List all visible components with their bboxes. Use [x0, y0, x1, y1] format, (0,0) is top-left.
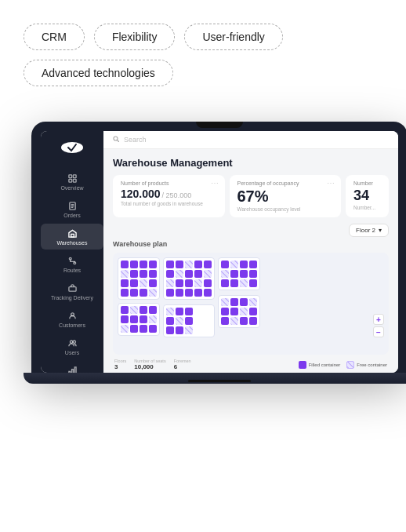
wh-group-3 [218, 257, 260, 350]
tag-user-friendly[interactable]: User-friendly [184, 24, 282, 50]
sidebar-item-customers[interactable]: Customers [41, 306, 103, 332]
sidebar-label-routes: Routes [63, 268, 81, 273]
tag-crm[interactable]: CRM [24, 24, 85, 50]
wh-block-5 [218, 257, 260, 290]
analytics-icon [67, 365, 78, 373]
laptop-base [24, 373, 406, 384]
stat-label-number: Number [353, 180, 381, 186]
stat-label-occupancy: Percentage of occupancy [237, 180, 334, 186]
warehouse-grid [118, 257, 384, 350]
legend-filled: Filled container [299, 361, 341, 369]
warehouse-legend: Filled container Free container [299, 361, 387, 369]
tags-row1: CRM Flexibility User-friendly [24, 24, 382, 50]
bstat-floors: Floors 3 [114, 359, 126, 370]
legend-free: Free container [346, 361, 387, 369]
stat-sublabel-number: Number... [353, 205, 381, 210]
bstat-seats: Number of seats 10,000 [134, 359, 165, 370]
sidebar-logo [61, 142, 83, 153]
svg-rect-1 [73, 174, 76, 177]
page-title: Warehouse Management [113, 157, 389, 169]
stats-row: ⋯ Number of products 120.000 / 250.000 T… [113, 175, 389, 217]
laptop-notch [196, 122, 243, 128]
search-placeholder[interactable]: Search [124, 136, 147, 144]
svg-point-14 [73, 341, 75, 343]
laptop-screen: Overview Orders Warehouses [41, 131, 398, 373]
legend-filled-label: Filled container [309, 363, 341, 367]
laptop-device: Overview Orders Warehouses [31, 122, 406, 532]
laptop-base-line [188, 380, 251, 382]
tags-area: CRM Flexibility User-friendly Advanced t… [0, 0, 406, 99]
legend-free-label: Free container [357, 363, 387, 367]
sidebar-label-overview: Overview [60, 185, 83, 191]
stat-value-products-sub: / 250.000 [162, 191, 192, 199]
tag-flexibility[interactable]: Flexibility [94, 24, 176, 50]
sidebar: Overview Orders Warehouses [41, 131, 103, 373]
svg-point-13 [70, 341, 72, 343]
customers-icon [67, 310, 78, 321]
bottom-stats: Floors 3 Number of seats 10,000 Foremen … [113, 355, 389, 370]
page-body: Warehouse Management ⋯ Number of product… [103, 149, 398, 373]
card-menu-icon-2[interactable]: ⋯ [327, 180, 335, 188]
sidebar-item-overview[interactable]: Overview [41, 169, 103, 195]
sidebar-item-users[interactable]: Users [41, 333, 103, 359]
laptop-screen-bezel: Overview Orders Warehouses [31, 122, 406, 373]
stat-value-number: 34 [353, 188, 381, 204]
warehouse-plan-label: Warehouse plan [113, 240, 389, 248]
zoom-controls: + − [373, 314, 384, 337]
tracking-icon [67, 282, 78, 293]
sidebar-item-analytics[interactable]: Analytics [41, 361, 103, 373]
wh-block-4 [163, 304, 215, 337]
overview-icon [67, 173, 78, 184]
stat-card-occupancy: ⋯ Percentage of occupancy 67% Warehouse … [230, 175, 342, 217]
stat-value-occupancy: 67% [237, 188, 334, 206]
stat-sublabel-products: Total number of goods in warehouse [121, 201, 217, 206]
wh-group-1 [118, 257, 160, 350]
main-content: Search Warehouse Management ⋯ Number of … [103, 131, 398, 373]
sidebar-label-orders: Orders [63, 213, 80, 218]
svg-rect-8 [71, 234, 74, 237]
svg-line-21 [118, 140, 119, 142]
stat-card-number: Number 34 Number... [346, 175, 389, 217]
card-menu-icon[interactable]: ⋯ [211, 180, 219, 188]
sidebar-label-users: Users [65, 350, 79, 355]
sidebar-label-customers: Customers [59, 322, 85, 328]
floor-label: Floor 2 [356, 227, 375, 234]
floor-selector-row: Floor 2 ▾ [113, 224, 389, 237]
wh-block-6 [218, 295, 260, 328]
orders-icon [67, 200, 78, 211]
zoom-out-button[interactable]: − [373, 326, 384, 337]
svg-rect-11 [68, 286, 75, 291]
tags-row2: Advanced technologies [24, 60, 173, 86]
stat-label-products: Number of products [121, 180, 217, 186]
stat-value-products-main: 120.000 [121, 188, 161, 200]
svg-rect-3 [73, 179, 76, 182]
wh-group-2 [163, 257, 215, 350]
search-bar: Search [103, 131, 398, 149]
stat-sublabel-occupancy: Warehouse occupancy level [237, 206, 334, 212]
sidebar-label-tracking: Tracking Delivery [51, 295, 93, 301]
warehouse-grid-area: + − [113, 253, 389, 355]
floor-select[interactable]: Floor 2 ▾ [349, 224, 389, 237]
search-icon [113, 136, 119, 144]
tag-advanced-technologies[interactable]: Advanced technologies [24, 60, 173, 86]
foremen-value: 6 [174, 363, 191, 370]
stat-card-products: ⋯ Number of products 120.000 / 250.000 T… [113, 175, 225, 217]
bstat-foremen: Foremen 6 [174, 359, 191, 370]
zoom-in-button[interactable]: + [373, 314, 384, 325]
sidebar-item-routes[interactable]: Routes [41, 251, 103, 277]
sidebar-item-orders[interactable]: Orders [41, 196, 103, 222]
warehouses-icon [67, 228, 78, 239]
sidebar-item-warehouses[interactable]: Warehouses [41, 224, 103, 250]
users-icon [67, 337, 78, 348]
chevron-down-icon: ▾ [379, 227, 382, 234]
legend-filled-color [299, 361, 306, 369]
wh-block-3 [163, 257, 215, 300]
sidebar-label-warehouses: Warehouses [56, 240, 87, 246]
wh-block-1 [118, 257, 160, 300]
svg-rect-2 [68, 179, 71, 182]
sidebar-item-tracking[interactable]: Tracking Delivery [41, 279, 103, 304]
svg-rect-17 [74, 366, 76, 373]
seats-value: 10,000 [134, 363, 165, 370]
floors-value: 3 [114, 363, 126, 370]
svg-rect-0 [68, 174, 71, 177]
